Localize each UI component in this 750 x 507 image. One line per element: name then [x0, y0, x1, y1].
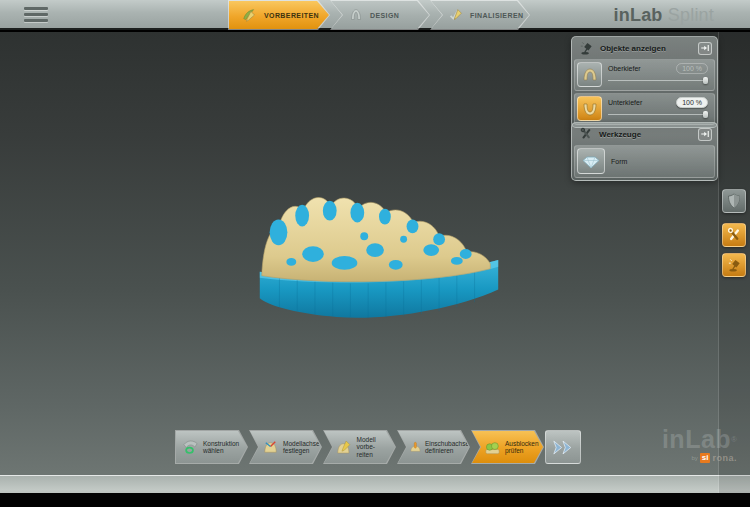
app-logo: inLab Splint [614, 5, 714, 26]
next-step-button[interactable] [545, 430, 581, 464]
check-blockout-icon [483, 438, 502, 457]
app-logo-light: Splint [668, 5, 714, 25]
step-konstruktion-waehlen[interactable]: Konstruktionwählen [175, 430, 248, 464]
top-bar: VORBEREITEN DESIGN FINALISIEREN [0, 0, 750, 30]
workflow-step-bar: Konstruktionwählen Modellachsefestlegen [175, 430, 581, 464]
object-row-oberkiefer[interactable]: Oberkiefer 100 % [574, 59, 715, 91]
opacity-slider-unterkiefer[interactable] [608, 111, 708, 118]
bottom-border [0, 493, 750, 500]
analysis-button[interactable] [722, 189, 746, 213]
collapse-right-icon [700, 129, 710, 139]
show-objects-icon [727, 258, 742, 273]
model-axis-icon [261, 438, 280, 457]
select-construction-icon [181, 438, 200, 457]
tools-panel: Werkzeuge Form [571, 122, 718, 181]
objects-panel-title: Objekte anzeigen [600, 44, 692, 53]
tools-icon [726, 227, 742, 243]
tools-sidebar-button[interactable] [722, 223, 746, 247]
slider-handle[interactable] [703, 77, 708, 84]
step-ausblocken-pruefen[interactable]: Ausblockenprüfen [471, 430, 544, 464]
application-window: VORBEREITEN DESIGN FINALISIEREN [0, 0, 750, 500]
collapse-right-icon [700, 43, 710, 53]
tool-row-form[interactable]: Form [574, 145, 715, 178]
insertion-axis-icon [409, 438, 422, 457]
tab-label: VORBEREITEN [264, 12, 319, 19]
design-icon [347, 6, 365, 24]
prepare-icon [241, 6, 259, 24]
form-tool-icon [577, 148, 605, 174]
brand-watermark: inLab® by si rona. [662, 426, 737, 463]
double-chevron-right-icon [552, 440, 574, 455]
main-menu-button[interactable] [24, 7, 48, 24]
slider-handle[interactable] [703, 111, 708, 118]
tools-panel-title: Werkzeuge [599, 130, 692, 139]
opacity-value[interactable]: 100 % [676, 97, 708, 108]
step-label: Konstruktionwählen [203, 440, 239, 455]
tab-finalisieren[interactable]: FINALISIEREN [430, 0, 530, 30]
step-einschubachse-definieren[interactable]: Einschubachsedefinieren [397, 430, 470, 464]
objects-panel-header: Objekte anzeigen [572, 37, 717, 59]
hamburger-icon [24, 7, 48, 10]
app-logo-bold: inLab [614, 5, 663, 25]
tooth-arch [262, 198, 491, 282]
finalize-icon [447, 6, 465, 24]
tools-panel-header: Werkzeuge [572, 123, 717, 145]
step-label: Modellachsefestlegen [283, 440, 320, 455]
opacity-slider-oberkiefer[interactable] [608, 77, 708, 84]
step-label: Einschubachsedefinieren [425, 440, 469, 455]
shield-icon [726, 193, 742, 209]
sirona-logo: by si rona. [662, 453, 737, 463]
show-objects-icon [579, 41, 594, 56]
phase-tabs: VORBEREITEN DESIGN FINALISIEREN [228, 0, 530, 30]
tab-design[interactable]: DESIGN [330, 0, 430, 30]
tab-vorbereiten[interactable]: VORBEREITEN [228, 0, 330, 30]
dental-model-3d[interactable] [246, 184, 512, 326]
watermark-product: inLab [662, 425, 731, 453]
show-objects-sidebar-button[interactable] [722, 253, 746, 277]
tool-label: Form [611, 158, 627, 165]
prepare-model-icon [335, 438, 354, 457]
step-label: Ausblockenprüfen [505, 440, 539, 455]
tab-label: FINALISIEREN [470, 12, 523, 19]
viewport-3d[interactable]: Objekte anzeigen Oberkiefer [0, 32, 750, 500]
step-label: Modell vorbe-reiten [357, 436, 395, 459]
step-modell-vorbereiten[interactable]: Modell vorbe-reiten [323, 430, 396, 464]
upper-jaw-icon [577, 62, 602, 87]
opacity-value: 100 % [676, 63, 708, 74]
lower-jaw-icon [577, 96, 602, 121]
object-row-unterkiefer[interactable]: Unterkiefer 100 % [574, 93, 715, 125]
tools-icon [579, 127, 593, 141]
tools-panel-collapse-button[interactable] [698, 128, 712, 141]
tab-label: DESIGN [370, 12, 399, 19]
objects-panel: Objekte anzeigen Oberkiefer [571, 36, 718, 128]
step-modellachse-festlegen[interactable]: Modellachsefestlegen [249, 430, 322, 464]
objects-panel-collapse-button[interactable] [698, 42, 712, 55]
